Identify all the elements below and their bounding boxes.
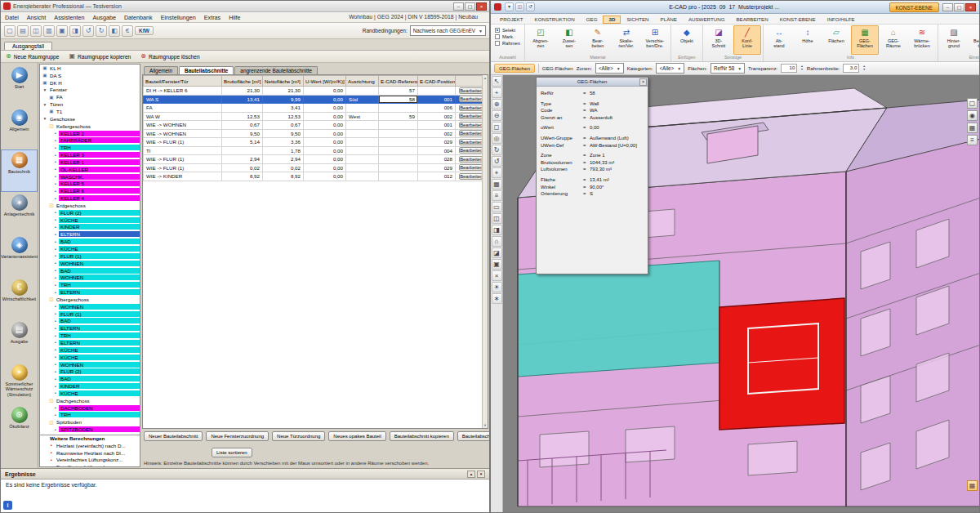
konf-linie-button[interactable]: ╱Konf- Linie — [733, 25, 761, 55]
tree-item[interactable]: ▪ FLUR (2) — [40, 368, 140, 375]
tree-item[interactable]: ▪ BAD — [40, 238, 140, 245]
ecad-ref-cell[interactable] — [379, 172, 418, 181]
table-row[interactable]: WIE -> WOHNEN 0,67 0,67 0,00 001 Bearbei… — [144, 121, 487, 130]
context-tab-konst-ebene[interactable]: KONST-EBENE — [889, 2, 939, 12]
tree-item[interactable]: ▪ TRH — [40, 412, 140, 419]
tree-item[interactable]: ▪ BAD — [40, 318, 140, 325]
print-icon[interactable]: ▥ — [43, 25, 55, 37]
copy-roomgroup-button[interactable]: ▣ Raumgruppe kopieren — [69, 53, 131, 60]
bearbeiten-button[interactable]: Bearbeiten — [459, 122, 483, 128]
tree-item[interactable]: ▪ KINDER — [40, 382, 140, 390]
tree-item[interactable]: ▪ Vereinfachtes Lüftungskonz... — [40, 457, 140, 464]
categories-select[interactable]: <Alle>▼ — [656, 63, 684, 74]
view-list-icon[interactable]: ≡ — [967, 135, 978, 145]
ribbon-tab[interactable]: AUSWERTUNG — [683, 16, 731, 24]
menu-item[interactable]: Einstellungen — [157, 14, 200, 21]
sidebar-item[interactable]: € Wirtschaftlichkeit — [1, 277, 38, 319]
ecad-ref-cell[interactable] — [379, 104, 418, 113]
verschieben-button[interactable]: ⊞Verschie- ben/Dre. — [641, 25, 669, 55]
surfaces-select[interactable]: RefNr 58▼ — [710, 63, 745, 74]
transparency-input[interactable]: 10 — [781, 64, 797, 73]
wall-icon[interactable]: ▭ — [492, 202, 502, 212]
tree-item[interactable]: ▪ FLUR (1) — [40, 252, 140, 260]
menu-item[interactable]: Datei — [1, 14, 23, 21]
section-icon[interactable]: ◪ — [492, 248, 502, 258]
table-header-cell[interactable]: E-CAD-Referenzn — [379, 76, 418, 87]
tree-item[interactable]: ▪ KELLER 2 — [40, 130, 140, 137]
ribbon-tab[interactable]: KONST-EBENE — [774, 16, 822, 24]
table-row[interactable]: DI H -> KELLER 6 21,30 21,30 0,00 57 Bea… — [144, 87, 487, 96]
tree-item[interactable]: ▪ ÖL-KELLER — [40, 166, 140, 173]
render-mode-icon[interactable]: ▦ — [967, 123, 978, 133]
tree-item[interactable]: ▾ Geschosse — [40, 115, 140, 123]
new-door-assignment-button[interactable]: Neue Türzuordnung — [272, 431, 325, 441]
tree-item[interactable]: ▪ KELLER 3 — [40, 151, 140, 158]
table-scrollbar[interactable]: ▲▼ — [482, 75, 488, 428]
tree-item[interactable]: ▣ T1 — [40, 108, 140, 115]
sidebar-item[interactable]: ▶ Start — [1, 65, 38, 107]
hoehe-button[interactable]: ↕Höhe — [794, 25, 822, 55]
tree-item[interactable]: ▪ BAD — [40, 375, 140, 382]
waermebruecken-button[interactable]: ≋Wärme- brücken — [908, 25, 936, 55]
selected-wall[interactable] — [719, 298, 844, 430]
sidebar-item[interactable]: ☀ Sommerlicher Wärmeschutz (Simulation) — [1, 362, 38, 404]
ribbon-tab[interactable]: PLÄNE — [655, 16, 683, 24]
ecad-maximize-button[interactable]: ▢ — [954, 3, 964, 11]
geg-raeume-button[interactable]: ⌂GEG- Räume — [880, 25, 907, 55]
ribbon-tab[interactable]: BEARBEITEN — [730, 16, 773, 24]
tree-item[interactable]: ▪ BAD — [40, 267, 140, 274]
menu-item[interactable]: Hilfe — [225, 14, 244, 21]
3d-schnitt-button[interactable]: ◪3D- Schnitt — [705, 25, 733, 55]
tree-item[interactable]: ▪ KÜCHE — [40, 245, 140, 252]
tree-item[interactable]: ▪ TRH — [40, 281, 140, 288]
ribbon-tab[interactable]: INFO/HILFE — [822, 16, 861, 24]
ecad-close-button[interactable]: × — [965, 3, 976, 11]
delete-roomgroup-button[interactable]: ⊗ Raumgruppe löschen — [140, 53, 199, 60]
maximize-button[interactable]: ▢ — [465, 2, 475, 11]
bearbeiten-button[interactable]: Bearbeiten — [459, 105, 483, 111]
zuweisen-button[interactable]: ◧Zuwei- sen — [555, 25, 583, 55]
geg-flaechen-info-panel[interactable]: GEG-Flächen × RefNr = 58 Type = — [536, 77, 648, 274]
tree-item[interactable]: ◫ Obergeschoss — [40, 296, 140, 303]
bearbeiten-button[interactable]: ✎Bear- beiten — [584, 25, 612, 55]
table-header-cell[interactable]: Bruttofläche [m²] — [222, 76, 263, 87]
tree-item[interactable]: ▪ KÜCHE — [40, 346, 140, 354]
table-header-cell[interactable]: Bauteil/Fenster/Tür — [144, 76, 222, 87]
rotate-view-icon[interactable]: ↻ — [492, 145, 502, 155]
beleuchtung-button[interactable]: ☀Beleuch- tung — [969, 25, 979, 55]
spinner-arrows-icon[interactable]: ▲▼ — [800, 65, 803, 71]
table-header-cell[interactable]: U-Wert [W/(m²K)] — [304, 76, 346, 87]
bearbeiten-button[interactable]: Bearbeiten — [459, 147, 483, 154]
menu-item[interactable]: Datenbank — [120, 14, 157, 21]
ribbon-tab[interactable]: SICHTEN — [621, 16, 654, 24]
calculator-icon[interactable]: € — [122, 25, 133, 37]
component-tab[interactable]: Allgemein — [144, 66, 178, 74]
tree-item[interactable]: ▪ WOHNEN — [40, 303, 140, 310]
copy-component-section-button[interactable]: Bauteilabschnitt kopieren — [390, 431, 454, 441]
open-icon[interactable]: ▤ — [17, 25, 29, 37]
bearbeiten-button[interactable]: Bearbeiten — [459, 139, 483, 145]
bearbeiten-button[interactable]: Bearbeiten — [459, 96, 483, 102]
zones-select[interactable]: <Alle>▼ — [595, 63, 624, 74]
minimize-button[interactable]: – — [453, 2, 464, 11]
abgrenzen-button[interactable]: ◰Abgren- zen — [527, 25, 555, 55]
geg-flaechen-toggle-button[interactable]: GEG-Flächen — [494, 64, 535, 73]
ecad-ref-cell[interactable]: 57 — [379, 87, 418, 96]
save-icon[interactable]: ◫ — [30, 25, 42, 37]
table-header-cell[interactable]: Ausrichtung — [346, 76, 379, 87]
close-icon[interactable]: × — [639, 78, 647, 86]
ecad-ref-cell[interactable] — [379, 146, 418, 155]
new-file-icon[interactable]: ▢ — [4, 25, 16, 37]
ecad-ref-cell[interactable]: 59 — [379, 112, 418, 121]
tree-item[interactable]: ▪ Raumweise Heizlast nach DI... — [40, 449, 140, 457]
menu-item[interactable]: Ausgabe — [89, 14, 120, 21]
tree-item[interactable]: ◫ Spitzboden — [40, 418, 140, 426]
menu-item[interactable]: Extras — [200, 14, 225, 21]
3d-view-canvas[interactable]: ▢◉▦≡ ▦ GEG-Flächen × RefNr = 58 — [503, 75, 979, 512]
settings-icon[interactable]: ∗ — [492, 293, 502, 304]
new-component-section-button[interactable]: Neuer Bauteilabschnitt — [144, 431, 203, 441]
table-header-cell[interactable]: Nettofläche [m²] — [263, 76, 304, 87]
window-icon[interactable]: ◫ — [492, 213, 502, 224]
tree-item[interactable]: ◫ Erdgeschoss — [40, 202, 140, 209]
tree-item[interactable]: ▪ KELLER 5 — [40, 181, 140, 188]
